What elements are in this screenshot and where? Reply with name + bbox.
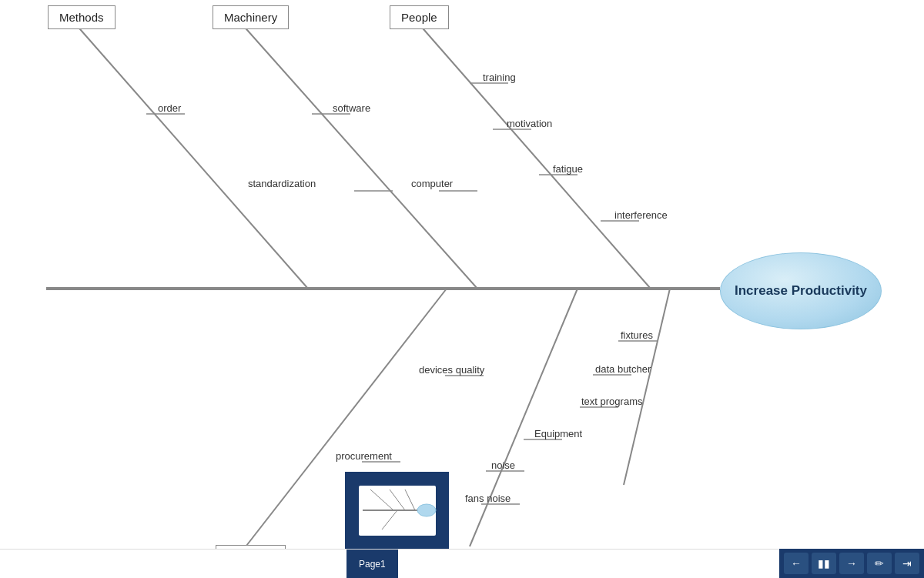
svg-line-19 [624, 289, 670, 485]
svg-point-30 [417, 504, 436, 516]
nav-forward-button[interactable]: → [839, 553, 864, 574]
svg-line-7 [418, 23, 651, 289]
label-procurement: procurement [336, 450, 392, 462]
label-data-butcher: data butcher [595, 363, 651, 375]
label-fixtures: fixtures [621, 329, 653, 341]
label-computer: computer [411, 178, 453, 189]
people-box: People [390, 5, 449, 29]
label-order: order [158, 102, 181, 114]
nav-pause-button[interactable]: ▮▮ [812, 553, 836, 574]
label-devices-quality: devices quality [419, 364, 484, 376]
nav-buttons: ← ▮▮ → ✏ ⇥ [779, 549, 924, 578]
label-training: training [483, 72, 516, 83]
bottom-bar: Page1 ← ▮▮ → ✏ ⇥ [0, 549, 924, 578]
page-tab[interactable]: Page1 [346, 550, 398, 579]
label-software: software [333, 102, 370, 114]
svg-line-3 [241, 23, 477, 289]
nav-back-button[interactable]: ← [784, 553, 808, 574]
label-fans-noise: fans noise [465, 493, 511, 504]
thumbnail-preview [345, 472, 449, 549]
label-text-programs: text programs [581, 396, 642, 407]
svg-line-1 [75, 23, 308, 289]
label-motivation: motivation [507, 118, 552, 129]
label-equipment: Equipment [534, 428, 582, 439]
methods-box: Methods [48, 5, 116, 29]
label-noise: noise [491, 459, 515, 471]
nav-pin-button[interactable]: ✏ [867, 553, 892, 574]
machinery-box: Machinery [213, 5, 289, 29]
label-interference: interference [614, 209, 668, 221]
label-standardization: standardization [248, 178, 316, 189]
nav-exit-button[interactable]: ⇥ [895, 553, 919, 574]
label-fatigue: fatigue [553, 163, 583, 175]
svg-line-14 [470, 289, 578, 546]
effect-ellipse: Increase Productivity [720, 252, 882, 329]
